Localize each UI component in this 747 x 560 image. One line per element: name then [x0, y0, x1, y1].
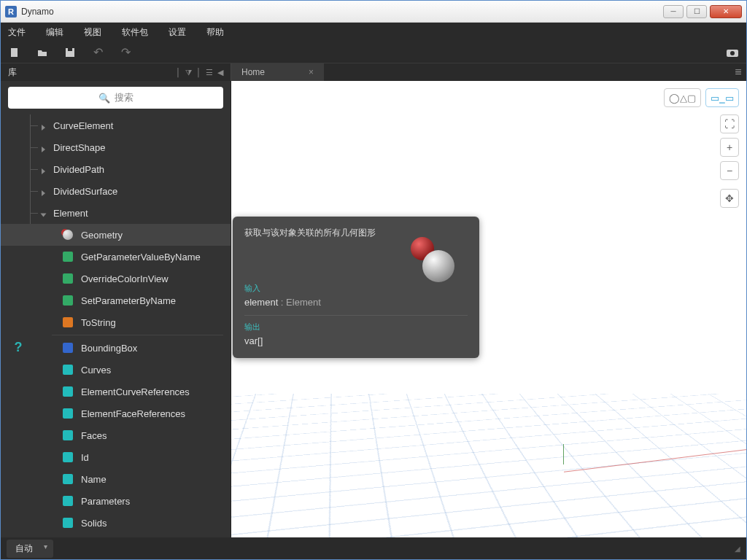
app-window: R Dynamo ─ ☐ ✕ 文件 编辑 视图 软件包 设置 帮助 ↶ ↷ 库 …: [0, 0, 747, 560]
close-button[interactable]: ✕: [710, 5, 742, 18]
secondary-bar: 库 │ ⧩ │ ☰ ◀ Home × ≡: [1, 63, 746, 81]
tree-node-curveelement[interactable]: CurveElement: [1, 114, 231, 136]
tree-item-solids[interactable]: Solids: [1, 512, 231, 534]
method-icon: [63, 273, 73, 284]
tooltip-preview-icon: [403, 234, 462, 285]
view-mode-controls: ◯△▢ ▭⎯▭: [664, 88, 739, 107]
search-input[interactable]: 🔍 搜索: [8, 87, 223, 109]
minimize-button[interactable]: ─: [663, 5, 684, 18]
query-icon: [63, 343, 73, 353]
lib-divider-icon: │: [176, 68, 181, 77]
window-title: Dynamo: [21, 7, 663, 17]
open-file-icon[interactable]: [36, 46, 49, 59]
tab-home[interactable]: Home ×: [231, 63, 325, 81]
save-icon[interactable]: [63, 46, 77, 59]
toolbar: ↶ ↷: [1, 42, 746, 63]
method-icon: [63, 295, 73, 306]
tree-item-curves[interactable]: Curves: [1, 359, 231, 381]
query-icon: [63, 474, 73, 484]
workspace-tabs: Home × ≡: [231, 63, 746, 81]
query-icon: [63, 518, 73, 528]
tree-node-directshape[interactable]: DirectShape: [1, 136, 231, 158]
tab-label: Home: [241, 67, 265, 77]
tree-node-dividedsurface[interactable]: DividedSurface: [1, 180, 231, 202]
tree-node-element[interactable]: Element: [1, 202, 231, 224]
tree-item-name[interactable]: Name: [1, 468, 231, 490]
library-tree[interactable]: CurveElement DirectShape DividedPath Div…: [1, 114, 231, 537]
run-mode-dropdown[interactable]: 自动: [7, 540, 53, 558]
tooltip-divider: [244, 315, 468, 316]
tooltip-input-signature: element : Element: [244, 297, 468, 308]
lib-list-icon[interactable]: ☰: [206, 68, 213, 77]
query-icon: [63, 496, 73, 506]
query-icon: [63, 408, 73, 419]
lib-filter-icon[interactable]: ⧩: [185, 68, 192, 77]
workspace-canvas[interactable]: 获取与该对象关联的所有几何图形 输入 element : Element 输出 …: [231, 81, 746, 537]
menu-packages[interactable]: 软件包: [122, 26, 148, 39]
search-icon: 🔍: [98, 93, 110, 104]
tree-item-boundingbox[interactable]: BoundingBox: [1, 337, 231, 359]
menu-file[interactable]: 文件: [8, 26, 26, 39]
lib-collapse-icon[interactable]: ◀: [217, 68, 223, 77]
tree-node-dividedpath[interactable]: DividedPath: [1, 158, 231, 180]
menu-help[interactable]: 帮助: [206, 26, 224, 39]
zoom-out-button[interactable]: −: [720, 161, 739, 180]
svg-rect-0: [11, 48, 18, 57]
query-icon: [63, 452, 73, 462]
main-area: 🔍 搜索 CurveElement DirectShape DividedPat…: [1, 81, 746, 537]
camera-icon[interactable]: [726, 46, 739, 59]
library-sidebar: 🔍 搜索 CurveElement DirectShape DividedPat…: [1, 81, 231, 537]
query-icon: [63, 386, 73, 397]
tree-item-faces[interactable]: Faces: [1, 424, 231, 446]
geometry-icon: [63, 230, 73, 240]
new-file-icon[interactable]: [8, 46, 21, 59]
pan-button[interactable]: ✥: [720, 189, 739, 208]
query-icon: [63, 365, 73, 375]
fit-view-button[interactable]: ⛶: [720, 114, 739, 133]
method-icon: [63, 317, 73, 327]
statusbar: 自动 ◢: [1, 537, 746, 559]
node-tooltip: 获取与该对象关联的所有几何图形 输入 element : Element 输出 …: [233, 217, 479, 358]
graph-view-button[interactable]: ▭⎯▭: [705, 88, 739, 107]
tree-separator: [52, 335, 223, 335]
library-header: 库 │ ⧩ │ ☰ ◀: [1, 63, 231, 81]
geometry-view-button[interactable]: ◯△▢: [664, 88, 701, 107]
tooltip-output-heading: 输出: [244, 322, 468, 332]
menu-edit[interactable]: 编辑: [46, 26, 63, 39]
lib-divider-icon: │: [196, 68, 201, 77]
redo-icon[interactable]: ↷: [119, 46, 132, 59]
axis-y: [563, 444, 564, 464]
sphere-grey-icon: [422, 250, 454, 282]
tree-item-geometry[interactable]: Geometry: [1, 224, 231, 246]
maximize-button[interactable]: ☐: [686, 5, 707, 18]
undo-icon[interactable]: ↶: [91, 46, 104, 59]
close-tab-icon[interactable]: ×: [309, 67, 314, 77]
titlebar: R Dynamo ─ ☐ ✕: [1, 1, 746, 23]
tree-item-elementcurvereferences[interactable]: ElementCurveReferences: [1, 381, 231, 402]
query-icon: [63, 430, 73, 440]
method-icon: [63, 252, 73, 262]
app-icon: R: [5, 6, 17, 18]
tree-item-parameters[interactable]: Parameters: [1, 490, 231, 512]
viewport-nav-controls: ⛶ + − ✥: [720, 114, 739, 208]
svg-rect-2: [68, 48, 72, 51]
menu-settings[interactable]: 设置: [169, 26, 186, 39]
tooltip-output-signature: var[]: [244, 335, 468, 346]
tree-item-tostring[interactable]: ToString: [1, 311, 231, 333]
tree-item-elementfacereferences[interactable]: ElementFaceReferences: [1, 402, 231, 424]
zoom-in-button[interactable]: +: [720, 138, 739, 157]
tabs-menu-icon[interactable]: ≡: [730, 66, 746, 79]
menubar: 文件 编辑 视图 软件包 设置 帮助: [1, 23, 746, 42]
ground-grid: [231, 394, 746, 537]
tree-item-overridecolorinview[interactable]: OverrideColorInView: [1, 268, 231, 289]
search-placeholder: 搜索: [115, 91, 133, 104]
svg-point-4: [730, 51, 735, 55]
menu-view[interactable]: 视图: [84, 26, 101, 39]
library-label: 库: [8, 66, 17, 79]
tree-item-getparametervaluebyname[interactable]: GetParameterValueByName: [1, 246, 231, 268]
resize-grip-icon[interactable]: ◢: [735, 545, 740, 553]
window-buttons: ─ ☐ ✕: [663, 5, 742, 18]
tree-item-id[interactable]: Id: [1, 446, 231, 468]
tree-item-setparameterbyname[interactable]: SetParameterByName: [1, 289, 231, 311]
